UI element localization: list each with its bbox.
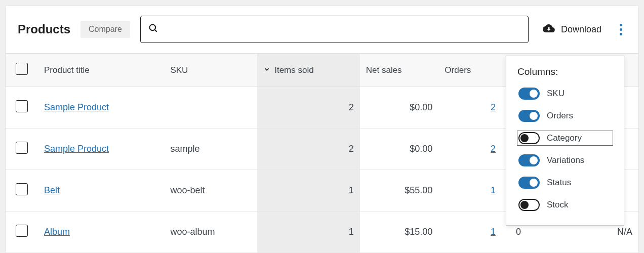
cell-sku: woo-belt [164, 170, 257, 212]
download-button[interactable]: Download [539, 18, 606, 41]
row-checkbox[interactable] [16, 183, 28, 195]
column-toggle-orders[interactable]: Orders [517, 109, 613, 123]
cell-sku: woo-album [164, 212, 257, 253]
orders-link[interactable]: 2 [491, 102, 496, 112]
cell-sku: sample [164, 129, 257, 170]
search-input[interactable] [140, 16, 529, 43]
popover-title: Columns: [517, 66, 613, 77]
toggle-switch[interactable] [518, 132, 540, 144]
chevron-down-icon [263, 65, 270, 75]
toggle-label: Orders [547, 111, 573, 121]
product-title-link[interactable]: Sample Product [44, 102, 109, 112]
toggle-label: SKU [547, 89, 565, 99]
download-label: Download [561, 24, 601, 35]
toggle-label: Category [547, 133, 582, 143]
column-toggle-status[interactable]: Status [517, 176, 613, 190]
col-product-title[interactable]: Product title [38, 54, 164, 87]
orders-link[interactable]: 1 [491, 185, 496, 195]
orders-link[interactable]: 2 [491, 144, 496, 154]
cell-net-sales: $15.00 [360, 212, 439, 253]
column-toggle-category[interactable]: Category [517, 131, 613, 145]
toggle-switch[interactable] [518, 177, 540, 189]
cell-net-sales: $0.00 [360, 87, 439, 129]
toggle-switch[interactable] [518, 110, 540, 122]
col-net-sales[interactable]: Net sales [360, 54, 439, 87]
toggle-switch[interactable] [518, 199, 540, 211]
row-checkbox[interactable] [16, 225, 28, 237]
col-items-sold[interactable]: Items sold [257, 54, 360, 87]
kebab-menu-button[interactable] [616, 20, 626, 39]
cell-net-sales: $0.00 [360, 129, 439, 170]
header-bar: Products Compare Download [6, 6, 638, 53]
columns-popover: Columns: SKU Orders Category Variations … [506, 56, 624, 226]
search-wrap [140, 16, 529, 43]
product-title-link[interactable]: Belt [44, 185, 60, 195]
toggle-switch[interactable] [518, 154, 540, 166]
toggle-label: Status [547, 178, 571, 188]
cell-items-sold: 2 [257, 87, 360, 129]
row-checkbox[interactable] [16, 142, 28, 154]
cell-items-sold: 2 [257, 129, 360, 170]
select-all-checkbox[interactable] [16, 63, 28, 75]
orders-link[interactable]: 1 [491, 227, 496, 237]
toggle-label: Stock [547, 200, 569, 210]
cell-items-sold: 1 [257, 170, 360, 212]
product-title-link[interactable]: Album [44, 227, 70, 237]
row-checkbox[interactable] [16, 100, 28, 112]
col-sku[interactable]: SKU [164, 54, 257, 87]
column-toggle-stock[interactable]: Stock [517, 198, 613, 212]
cell-sku [164, 87, 257, 129]
download-icon [543, 22, 555, 37]
column-toggle-sku[interactable]: SKU [517, 87, 613, 101]
column-toggle-variations[interactable]: Variations [517, 153, 613, 167]
cell-items-sold: 1 [257, 212, 360, 253]
compare-button[interactable]: Compare [80, 21, 130, 38]
toggle-label: Variations [547, 155, 584, 165]
page-title: Products [18, 22, 70, 36]
cell-net-sales: $55.00 [360, 170, 439, 212]
toggle-switch[interactable] [518, 88, 540, 100]
col-orders[interactable]: Orders [438, 54, 502, 87]
product-title-link[interactable]: Sample Product [44, 144, 109, 154]
